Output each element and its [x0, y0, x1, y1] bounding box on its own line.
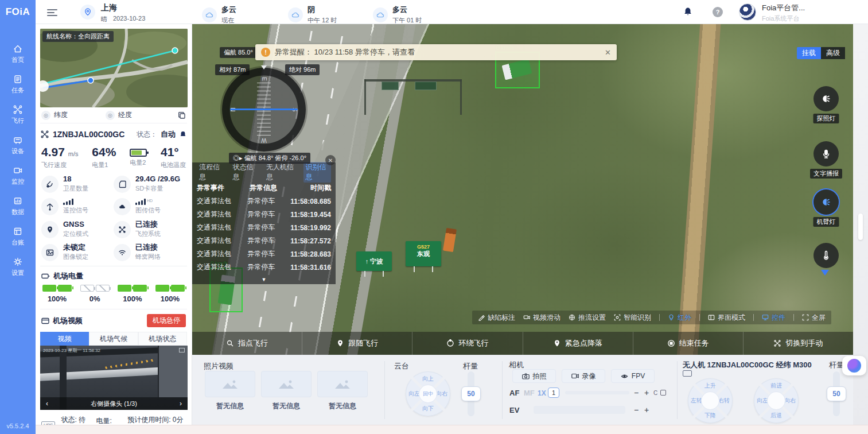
annotate-icon: [478, 314, 485, 321]
ai-recognition-button[interactable]: 智能识别: [614, 313, 651, 323]
media-placeholder-card[interactable]: [205, 371, 255, 397]
video-drag-button[interactable]: 视频滑动: [523, 313, 560, 323]
thermometer-button[interactable]: [813, 243, 839, 268]
scroll-down-indicator[interactable]: [821, 270, 829, 276]
next-camera-icon[interactable]: ›: [174, 397, 188, 410]
media-placeholder-card[interactable]: [261, 371, 312, 397]
descend-button[interactable]: 下降: [704, 412, 716, 420]
dock-estop-button[interactable]: 机场急停: [147, 314, 186, 327]
gimbal-recenter-button[interactable]: 回中: [419, 385, 437, 402]
end-mission-button[interactable]: 结束任务: [633, 332, 744, 355]
sidebar-item-devices[interactable]: 设备: [2, 135, 34, 156]
sidebar-item-tasks[interactable]: 任务: [2, 74, 34, 95]
infrared-button[interactable]: 红外: [668, 313, 691, 323]
drone-stick-slider[interactable]: 50: [833, 371, 840, 416]
table-row[interactable]: 交通算法包异常停车11:58:19.992: [197, 221, 331, 234]
table-row[interactable]: 交通算法包异常停车11:58:28.683: [197, 247, 331, 261]
zoom-plus-button[interactable]: +: [644, 389, 649, 397]
ev-plus-button[interactable]: +: [644, 406, 649, 414]
collapse-menu-icon[interactable]: [47, 7, 57, 18]
zoom-frame-icon[interactable]: [660, 390, 666, 396]
collapse-panel-icon[interactable]: ▼: [262, 277, 267, 282]
dock-camera-view[interactable]: 2023-10-23 星期一 11:58:32 ‹ 右侧摄像头 (1/3) ›: [40, 346, 188, 410]
fpv-button[interactable]: FPV: [611, 369, 655, 383]
tab-dock-weather[interactable]: 机场气候: [89, 332, 138, 346]
record-icon: [571, 373, 579, 379]
advanced-button[interactable]: 高级: [821, 47, 845, 59]
ascend-button[interactable]: 上升: [704, 382, 716, 390]
drawer-handle[interactable]: [858, 214, 863, 240]
copy-coordinates-icon[interactable]: [178, 111, 186, 119]
ups-remaining: 预计使用时间: 0分钟: [127, 415, 186, 425]
dock-video-title: 机场视频 机场急停: [40, 309, 187, 331]
sidebar-item-settings[interactable]: 设置: [2, 257, 34, 277]
route-map-thumbnail[interactable]: 航线名称：全向跟距离: [40, 29, 188, 107]
drone-alert-bell-icon[interactable]: [179, 130, 187, 138]
drone-stick-value[interactable]: 50: [827, 386, 846, 401]
move-left-button[interactable]: 向左: [757, 397, 768, 405]
widgets-button[interactable]: 控件: [762, 313, 785, 323]
zoom-reset-button[interactable]: C: [653, 390, 657, 396]
table-row[interactable]: 交通算法包异常停车11:58:31.616: [197, 261, 331, 274]
sidebar-item-data[interactable]: 数据: [2, 196, 34, 216]
sidebar-item-monitor[interactable]: 监控: [2, 165, 34, 186]
stream-settings-button[interactable]: 推流设置: [569, 313, 606, 323]
sidebar-item-flight[interactable]: 飞行: [2, 104, 34, 125]
yaw-right-button[interactable]: 右转: [718, 397, 730, 405]
mf-label[interactable]: MF: [524, 389, 535, 397]
ai-assistant-button[interactable]: [842, 356, 866, 375]
broadcast-button[interactable]: [813, 141, 839, 166]
orbit-flight-button[interactable]: 环绕飞行: [412, 332, 523, 355]
yaw-left-button[interactable]: 左转: [691, 397, 702, 405]
vertical-stick-center[interactable]: [702, 392, 719, 409]
arm-light-button[interactable]: [813, 189, 839, 215]
ui-mode-button[interactable]: 界面模式: [708, 313, 745, 323]
alert-close-icon[interactable]: ✕: [605, 48, 611, 57]
backward-button[interactable]: 后退: [770, 412, 782, 420]
move-right-button[interactable]: 向右: [784, 397, 796, 405]
mount-button[interactable]: 挂载: [797, 47, 821, 59]
table-row[interactable]: 交通算法包异常停车11:58:27.572: [197, 234, 331, 247]
gimbal-right-button[interactable]: 向右: [436, 390, 447, 398]
table-row[interactable]: 交通算法包异常停车11:58:08.685: [197, 195, 331, 208]
hud-close-icon[interactable]: ✕: [325, 155, 336, 165]
avatar[interactable]: [739, 3, 756, 21]
gimbal-stick-slider[interactable]: 50: [468, 371, 474, 416]
switch-manual-button[interactable]: 切换到手动: [744, 332, 853, 355]
user-block[interactable]: Foia平台管... Foia系统平台: [762, 3, 805, 23]
zoom-minus-button[interactable]: −: [634, 389, 639, 397]
zoom-value-input[interactable]: 1: [548, 388, 559, 398]
sidebar-item-home[interactable]: 首页: [2, 44, 34, 64]
ev-minus-button[interactable]: −: [634, 406, 639, 414]
zoom-factor-label[interactable]: 1X: [538, 389, 546, 397]
gimbal-down-button[interactable]: 向下: [422, 405, 434, 413]
follow-flight-button[interactable]: 跟随飞行: [302, 332, 412, 355]
prev-camera-icon[interactable]: ‹: [40, 397, 54, 410]
tab-dock-status[interactable]: 机场状态: [138, 332, 187, 346]
tab-video[interactable]: 视频: [40, 332, 89, 346]
ev-slider[interactable]: [534, 406, 625, 414]
gimbal-stick-value[interactable]: 50: [461, 386, 481, 401]
horizontal-stick-center[interactable]: [768, 392, 785, 409]
record-video-button[interactable]: 录像: [562, 369, 605, 383]
location-block[interactable]: 上海 晴 2023-10-23: [101, 3, 145, 24]
gimbal-left-button[interactable]: 向左: [408, 390, 420, 398]
expand-icon[interactable]: [179, 348, 185, 352]
tap-to-fly-button[interactable]: 指点飞行: [192, 332, 302, 355]
gimbal-up-button[interactable]: 向上: [422, 375, 434, 383]
table-row[interactable]: 交通算法包异常停车11:58:19.454: [197, 208, 331, 221]
fullscreen-button[interactable]: 全屏: [802, 313, 826, 323]
forward-button[interactable]: 前进: [770, 382, 782, 390]
sidebar-item-ledger[interactable]: 台账: [2, 226, 34, 247]
take-photo-button[interactable]: 拍照: [512, 369, 556, 383]
notification-bell-icon[interactable]: [683, 6, 693, 17]
zoom-slider[interactable]: [565, 391, 629, 394]
compass-instrument[interactable]: E N S W: [222, 68, 306, 152]
af-label[interactable]: AF: [509, 389, 519, 397]
keyboard-icon[interactable]: [683, 370, 692, 377]
searchlight-button[interactable]: [813, 86, 839, 111]
help-icon[interactable]: ?: [713, 7, 723, 17]
media-placeholder-card[interactable]: [317, 371, 368, 397]
defect-annotate-button[interactable]: 缺陷标注: [478, 313, 515, 323]
emergency-landing-button[interactable]: 紧急点降落: [523, 332, 633, 355]
